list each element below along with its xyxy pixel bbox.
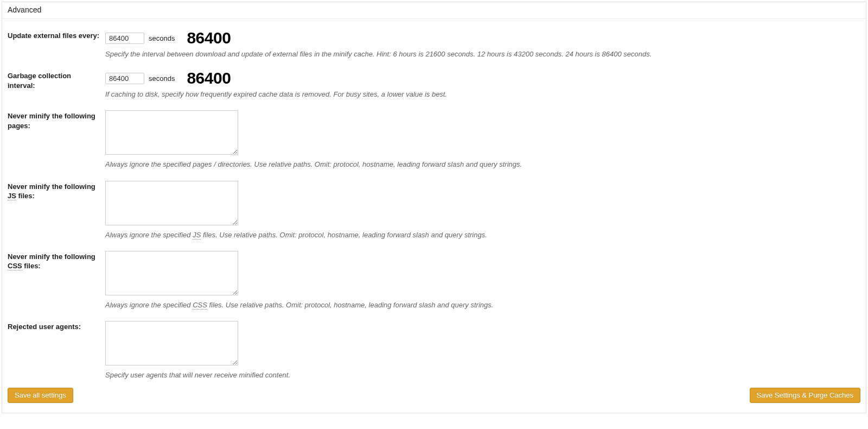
gc-interval-big: 86400 — [187, 70, 231, 86]
js-abbr: JS — [8, 192, 16, 200]
gc-interval-unit: seconds — [149, 74, 175, 83]
gc-interval-label: Garbage collection interval: — [2, 59, 105, 99]
panel-title: Advanced — [2, 2, 866, 19]
never-css-label: Never minify the following CSS files: — [2, 240, 105, 310]
never-js-label: Never minify the following JS files: — [2, 170, 105, 240]
never-pages-textarea[interactable] — [105, 110, 238, 155]
never-pages-label: Never minify the following pages: — [2, 99, 105, 169]
gc-interval-desc: If caching to disk, specify how frequent… — [105, 90, 860, 99]
update-interval-unit: seconds — [149, 34, 175, 42]
update-interval-input[interactable] — [105, 33, 144, 44]
never-js-textarea[interactable] — [105, 181, 238, 225]
update-interval-desc: Specify the interval between download an… — [105, 49, 860, 59]
advanced-panel: Advanced Update external files every: se… — [2, 2, 866, 413]
never-css-desc: Always ignore the specified CSS files. U… — [105, 300, 860, 310]
update-interval-label: Update external files every: — [2, 19, 105, 59]
never-css-textarea[interactable] — [105, 251, 238, 295]
never-js-desc: Always ignore the specified JS files. Us… — [105, 230, 860, 240]
css-abbr: CSS — [8, 262, 22, 270]
rejected-ua-textarea[interactable] — [105, 321, 238, 365]
update-interval-big: 86400 — [187, 30, 231, 46]
rejected-ua-desc: Specify user agents that will never rece… — [105, 370, 860, 380]
action-bar: Save all settings Save Settings & Purge … — [2, 380, 866, 413]
save-purge-button[interactable]: Save Settings & Purge Caches — [750, 388, 861, 403]
never-pages-desc: Always ignore the specified pages / dire… — [105, 160, 860, 169]
settings-form: Update external files every: seconds 864… — [2, 19, 866, 380]
rejected-ua-label: Rejected user agents: — [2, 310, 105, 380]
gc-interval-input[interactable] — [105, 73, 144, 84]
save-all-button[interactable]: Save all settings — [8, 388, 73, 403]
